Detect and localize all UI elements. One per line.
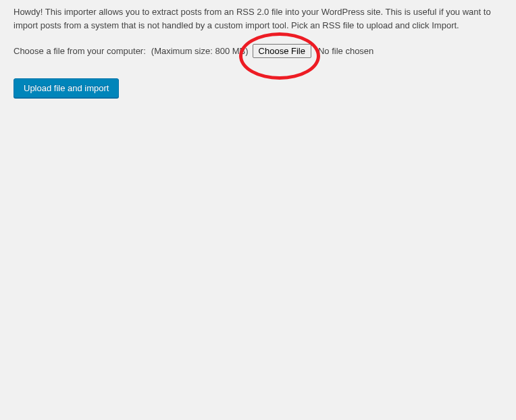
- file-chooser-row: Choose a file from your computer: (Maxim…: [14, 44, 502, 58]
- file-chooser-label: Choose a file from your computer:: [14, 46, 146, 56]
- upload-import-button[interactable]: Upload file and import: [14, 78, 119, 98]
- max-size-text: (Maximum size: 800 MB): [151, 46, 249, 56]
- choose-file-button[interactable]: Choose File: [253, 44, 311, 58]
- intro-paragraph: Howdy! This importer allows you to extra…: [14, 5, 502, 32]
- no-file-chosen-text: No file chosen: [318, 46, 373, 56]
